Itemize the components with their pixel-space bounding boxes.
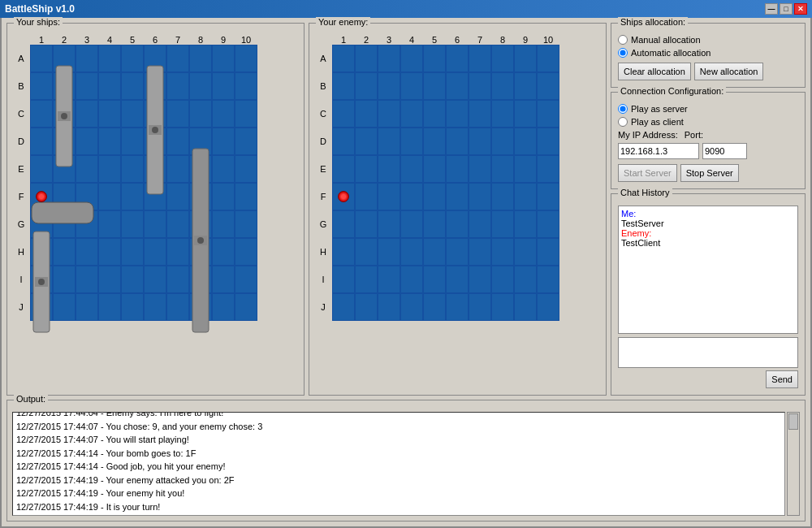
your-ships-cell-E10[interactable] <box>235 155 257 183</box>
enemy-cell-F5[interactable] <box>423 183 446 210</box>
enemy-cell-J4[interactable] <box>400 293 423 321</box>
enemy-cell-C1[interactable] <box>332 100 355 128</box>
your-ships-cell-D4[interactable] <box>98 128 121 155</box>
enemy-cell-H10[interactable] <box>537 238 559 266</box>
enemy-cell-H9[interactable] <box>514 238 537 266</box>
your-ships-cell-I6[interactable] <box>144 266 166 293</box>
enemy-cell-J3[interactable] <box>378 293 400 321</box>
enemy-cell-I5[interactable] <box>423 266 446 293</box>
your-ships-cell-C7[interactable] <box>166 100 189 128</box>
your-ships-cell-J3[interactable] <box>76 293 98 321</box>
enemy-cell-J7[interactable] <box>469 293 491 321</box>
your-ships-cell-F2[interactable] <box>53 183 76 210</box>
your-ships-cell-F4[interactable] <box>98 183 121 210</box>
enemy-cell-A6[interactable] <box>446 45 469 72</box>
your-ships-cell-E4[interactable] <box>98 155 121 183</box>
your-ships-cell-A9[interactable] <box>212 45 235 72</box>
enemy-cell-G1[interactable] <box>332 210 355 238</box>
your-ships-cell-B3[interactable] <box>76 72 98 100</box>
your-ships-cell-E2[interactable] <box>53 155 76 183</box>
enemy-cell-G7[interactable] <box>469 210 491 238</box>
your-ships-cell-E6[interactable] <box>144 155 166 183</box>
your-ships-cell-J1[interactable] <box>30 293 53 321</box>
your-ships-cell-C3[interactable] <box>76 100 98 128</box>
your-ships-cell-F1[interactable] <box>30 183 53 210</box>
enemy-cell-C7[interactable] <box>469 100 491 128</box>
enemy-cell-I3[interactable] <box>378 266 400 293</box>
your-ships-cell-A1[interactable] <box>30 45 53 72</box>
enemy-cell-E4[interactable] <box>400 155 423 183</box>
enemy-cell-I9[interactable] <box>514 266 537 293</box>
your-ships-cell-A4[interactable] <box>98 45 121 72</box>
ip-address-input[interactable] <box>618 143 699 159</box>
enemy-cell-E10[interactable] <box>537 155 559 183</box>
your-ships-cell-C8[interactable] <box>189 100 212 128</box>
your-ships-cell-G6[interactable] <box>144 210 166 238</box>
your-ships-cell-C6[interactable] <box>144 100 166 128</box>
your-ships-cell-I1[interactable] <box>30 266 53 293</box>
enemy-cell-B3[interactable] <box>378 72 400 100</box>
enemy-cell-C4[interactable] <box>400 100 423 128</box>
enemy-cell-F7[interactable] <box>469 183 491 210</box>
enemy-cell-B5[interactable] <box>423 72 446 100</box>
enemy-cell-I7[interactable] <box>469 266 491 293</box>
enemy-cell-E7[interactable] <box>469 155 491 183</box>
enemy-cell-I6[interactable] <box>446 266 469 293</box>
your-ships-cell-H3[interactable] <box>76 238 98 266</box>
enemy-cell-E2[interactable] <box>355 155 378 183</box>
your-ships-cell-J8[interactable] <box>189 293 212 321</box>
enemy-cell-J1[interactable] <box>332 293 355 321</box>
your-ships-cell-F9[interactable] <box>212 183 235 210</box>
automatic-allocation-radio[interactable] <box>618 48 628 58</box>
your-ships-cell-B7[interactable] <box>166 72 189 100</box>
your-ships-cell-H4[interactable] <box>98 238 121 266</box>
enemy-cell-I8[interactable] <box>491 266 514 293</box>
enemy-cell-D7[interactable] <box>469 128 491 155</box>
your-ships-cell-D5[interactable] <box>121 128 144 155</box>
your-ships-cell-D6[interactable] <box>144 128 166 155</box>
your-ships-cell-G1[interactable] <box>30 210 53 238</box>
your-ships-cell-A3[interactable] <box>76 45 98 72</box>
your-ships-cell-J4[interactable] <box>98 293 121 321</box>
enemy-cell-E6[interactable] <box>446 155 469 183</box>
your-ships-cell-I8[interactable] <box>189 266 212 293</box>
your-ships-cell-G8[interactable] <box>189 210 212 238</box>
enemy-cell-H4[interactable] <box>400 238 423 266</box>
enemy-cell-B10[interactable] <box>537 72 559 100</box>
enemy-cell-F6[interactable] <box>446 183 469 210</box>
enemy-cell-B8[interactable] <box>491 72 514 100</box>
enemy-cell-F3[interactable] <box>378 183 400 210</box>
your-ships-cell-A8[interactable] <box>189 45 212 72</box>
your-ships-cell-C10[interactable] <box>235 100 257 128</box>
your-ships-cell-B8[interactable] <box>189 72 212 100</box>
your-ships-cell-C9[interactable] <box>212 100 235 128</box>
your-ships-cell-D1[interactable] <box>30 128 53 155</box>
your-ships-cell-B4[interactable] <box>98 72 121 100</box>
enemy-cell-G2[interactable] <box>355 210 378 238</box>
enemy-cell-A10[interactable] <box>537 45 559 72</box>
enemy-cell-C3[interactable] <box>378 100 400 128</box>
close-button[interactable]: ✕ <box>794 3 807 15</box>
enemy-cell-C10[interactable] <box>537 100 559 128</box>
your-ships-cell-D8[interactable] <box>189 128 212 155</box>
play-as-server-radio[interactable] <box>618 104 628 114</box>
your-ships-cell-C1[interactable] <box>30 100 53 128</box>
enemy-cell-B1[interactable] <box>332 72 355 100</box>
enemy-cell-F1[interactable] <box>332 183 355 210</box>
enemy-cell-J10[interactable] <box>537 293 559 321</box>
enemy-cell-G4[interactable] <box>400 210 423 238</box>
new-allocation-button[interactable]: New allocation <box>694 63 764 80</box>
your-ships-cell-H5[interactable] <box>121 238 144 266</box>
your-ships-cell-E3[interactable] <box>76 155 98 183</box>
enemy-cell-H8[interactable] <box>491 238 514 266</box>
your-ships-cell-I7[interactable] <box>166 266 189 293</box>
your-ships-cell-C2[interactable] <box>53 100 76 128</box>
enemy-cell-H2[interactable] <box>355 238 378 266</box>
your-ships-cell-D3[interactable] <box>76 128 98 155</box>
your-ships-cell-H6[interactable] <box>144 238 166 266</box>
your-ships-cell-D10[interactable] <box>235 128 257 155</box>
enemy-cell-D1[interactable] <box>332 128 355 155</box>
enemy-cell-A5[interactable] <box>423 45 446 72</box>
enemy-cell-I4[interactable] <box>400 266 423 293</box>
your-ships-cell-H7[interactable] <box>166 238 189 266</box>
